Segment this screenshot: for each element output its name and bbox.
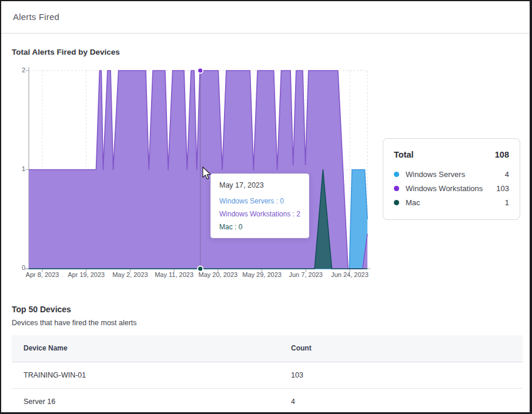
legend-item-value: 4 bbox=[505, 170, 509, 179]
legend-item-value: 103 bbox=[496, 184, 509, 193]
y-axis-label-1: 1 bbox=[11, 165, 25, 172]
chart-legend-card: Total 108 Windows Servers 4 Windows Work… bbox=[383, 138, 520, 220]
top-devices-table: Device Name Count TRAINING-WIN-01 103 Se… bbox=[12, 335, 523, 414]
cell-device-name: Server 16 bbox=[12, 388, 279, 414]
legend-total-row: Total 108 bbox=[394, 150, 509, 159]
column-header-count: Count bbox=[279, 335, 523, 362]
legend-item-label: Windows Workstations bbox=[406, 184, 496, 193]
dashboard-frame: Alerts Fired Total Alerts Fired by Devic… bbox=[0, 0, 532, 414]
table-row[interactable]: Server 16 4 bbox=[12, 388, 523, 414]
legend-item-windows-servers[interactable]: Windows Servers 4 bbox=[394, 167, 509, 181]
legend-item-label: Mac bbox=[406, 198, 505, 207]
tooltip-line-mac: Mac : 0 bbox=[219, 223, 300, 231]
series-color-dot bbox=[394, 200, 399, 205]
legend-item-windows-workstations[interactable]: Windows Workstations 103 bbox=[394, 181, 509, 195]
table-section-title: Top 50 Devices bbox=[12, 305, 71, 314]
legend-item-mac[interactable]: Mac 1 bbox=[394, 195, 509, 209]
x-axis-label: Jun 24, 2023 bbox=[323, 271, 377, 278]
legend-item-label: Windows Servers bbox=[406, 170, 505, 179]
tooltip-line-windows-servers: Windows Servers : 0 bbox=[219, 197, 300, 205]
legend-total-value: 108 bbox=[495, 150, 509, 159]
mouse-cursor-icon bbox=[201, 166, 213, 181]
series-color-dot bbox=[394, 172, 399, 177]
tooltip-line-windows-workstations: Windows Workstations : 2 bbox=[219, 210, 300, 218]
tooltip-date: May 17, 2023 bbox=[219, 181, 300, 189]
cell-count: 4 bbox=[279, 388, 523, 414]
table-row[interactable]: TRAINING-WIN-01 103 bbox=[12, 362, 523, 388]
chart-series bbox=[29, 71, 367, 269]
y-axis-label-0: 0 bbox=[11, 264, 25, 271]
cell-device-name: TRAINING-WIN-01 bbox=[12, 362, 279, 388]
column-header-device-name: Device Name bbox=[12, 335, 279, 362]
table-header-row: Device Name Count bbox=[12, 335, 523, 362]
cell-count: 103 bbox=[279, 362, 523, 388]
series-color-dot bbox=[394, 186, 399, 191]
chart-tooltip: May 17, 2023 Windows Servers : 0 Windows… bbox=[210, 173, 309, 238]
legend-item-value: 1 bbox=[505, 198, 509, 207]
y-axis-label-2: 2 bbox=[11, 66, 25, 74]
table-section-subtitle: Devices that have fired the most alerts bbox=[12, 319, 137, 327]
legend-total-label: Total bbox=[394, 150, 414, 159]
